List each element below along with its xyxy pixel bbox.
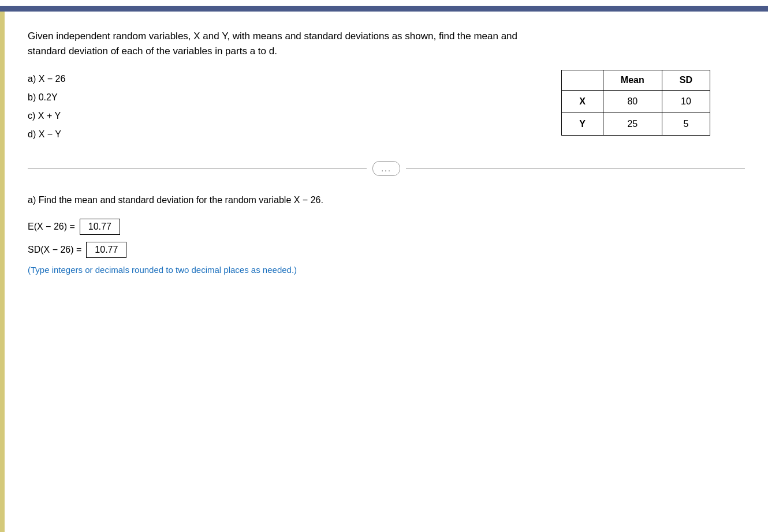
- hint-text: (Type integers or decimals rounded to tw…: [28, 265, 745, 275]
- data-table-container: Mean SD X 80 10: [561, 70, 710, 136]
- sd-value-box[interactable]: 10.77: [86, 242, 126, 258]
- e-equation-row: E(X − 26) = 10.77: [28, 219, 745, 235]
- main-content: Given independent random variables, X an…: [5, 12, 768, 532]
- table-row-x-mean: 80: [603, 91, 662, 113]
- table-row-y-label: Y: [562, 113, 603, 136]
- question-intro-text: Given independent random variables, X an…: [28, 29, 547, 58]
- table-row-x: X 80 10: [562, 91, 710, 113]
- table-row-x-sd: 10: [662, 91, 710, 113]
- sd-equation-row: SD(X − 26) = 10.77: [28, 242, 745, 258]
- expand-button[interactable]: ...: [372, 161, 400, 176]
- part-c: c) X + Y: [28, 107, 132, 125]
- question-block: Given independent random variables, X an…: [28, 29, 745, 144]
- answer-section: a) Find the mean and standard deviation …: [28, 193, 745, 275]
- divider-line-right: [406, 168, 745, 169]
- parts-list: a) X − 26 b) 0.2Y c) X + Y d) X − Y: [28, 70, 132, 144]
- e-label: E(X − 26) =: [28, 222, 75, 232]
- table-row-x-label: X: [562, 91, 603, 113]
- part-a: a) X − 26: [28, 70, 132, 88]
- data-table: Mean SD X 80 10: [561, 70, 710, 136]
- table-header-empty: [562, 70, 603, 91]
- page-wrapper: Given independent random variables, X an…: [0, 6, 768, 532]
- part-b: b) 0.2Y: [28, 88, 132, 107]
- part-d: d) X − Y: [28, 125, 132, 144]
- table-header-mean: Mean: [603, 70, 662, 91]
- left-accent-bar: [0, 6, 5, 532]
- sd-label: SD(X − 26) =: [28, 245, 81, 255]
- divider-row: ...: [28, 161, 745, 176]
- table-row-y-sd: 5: [662, 113, 710, 136]
- divider-line-left: [28, 168, 367, 169]
- question-layout: a) X − 26 b) 0.2Y c) X + Y d) X − Y Mean: [28, 70, 745, 144]
- table-row-y-mean: 25: [603, 113, 662, 136]
- answer-question-a: a) Find the mean and standard deviation …: [28, 193, 745, 207]
- top-bar: [0, 6, 768, 12]
- table-row-y: Y 25 5: [562, 113, 710, 136]
- e-value-box[interactable]: 10.77: [80, 219, 120, 235]
- table-header-sd: SD: [662, 70, 710, 91]
